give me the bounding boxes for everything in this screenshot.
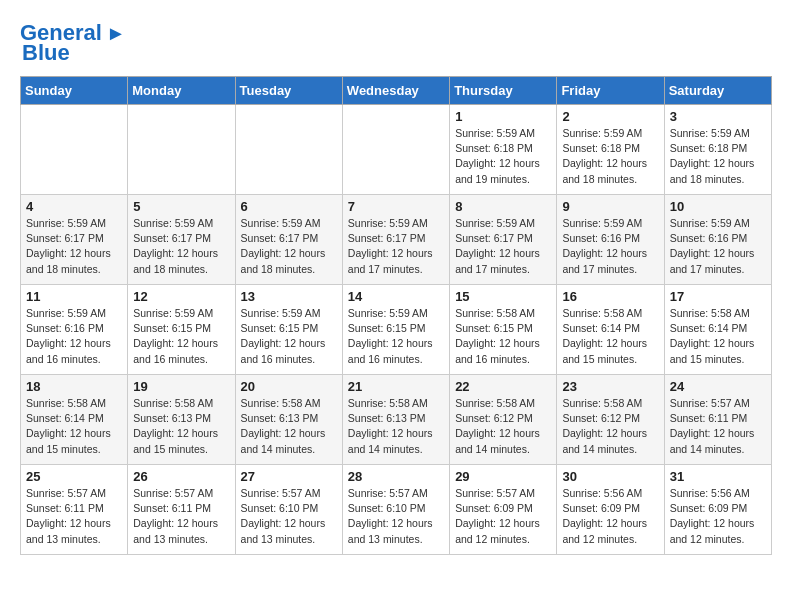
day-info: Sunrise: 5:59 AM Sunset: 6:18 PM Dayligh…: [670, 126, 766, 187]
day-info: Sunrise: 5:59 AM Sunset: 6:16 PM Dayligh…: [670, 216, 766, 277]
day-number: 14: [348, 289, 444, 304]
calendar-empty-cell: [235, 105, 342, 195]
calendar-day-23: 23Sunrise: 5:58 AM Sunset: 6:12 PM Dayli…: [557, 375, 664, 465]
weekday-header-saturday: Saturday: [664, 77, 771, 105]
day-info: Sunrise: 5:59 AM Sunset: 6:17 PM Dayligh…: [348, 216, 444, 277]
day-number: 5: [133, 199, 229, 214]
calendar-day-8: 8Sunrise: 5:59 AM Sunset: 6:17 PM Daylig…: [450, 195, 557, 285]
calendar-empty-cell: [21, 105, 128, 195]
day-info: Sunrise: 5:59 AM Sunset: 6:17 PM Dayligh…: [26, 216, 122, 277]
day-info: Sunrise: 5:59 AM Sunset: 6:16 PM Dayligh…: [562, 216, 658, 277]
day-number: 8: [455, 199, 551, 214]
calendar-day-31: 31Sunrise: 5:56 AM Sunset: 6:09 PM Dayli…: [664, 465, 771, 555]
calendar-day-29: 29Sunrise: 5:57 AM Sunset: 6:09 PM Dayli…: [450, 465, 557, 555]
calendar-day-6: 6Sunrise: 5:59 AM Sunset: 6:17 PM Daylig…: [235, 195, 342, 285]
day-info: Sunrise: 5:59 AM Sunset: 6:17 PM Dayligh…: [133, 216, 229, 277]
day-number: 3: [670, 109, 766, 124]
calendar-day-4: 4Sunrise: 5:59 AM Sunset: 6:17 PM Daylig…: [21, 195, 128, 285]
day-info: Sunrise: 5:58 AM Sunset: 6:14 PM Dayligh…: [670, 306, 766, 367]
weekday-header-wednesday: Wednesday: [342, 77, 449, 105]
calendar-day-27: 27Sunrise: 5:57 AM Sunset: 6:10 PM Dayli…: [235, 465, 342, 555]
day-number: 21: [348, 379, 444, 394]
day-number: 18: [26, 379, 122, 394]
weekday-header-tuesday: Tuesday: [235, 77, 342, 105]
day-number: 12: [133, 289, 229, 304]
day-info: Sunrise: 5:57 AM Sunset: 6:09 PM Dayligh…: [455, 486, 551, 547]
calendar-day-18: 18Sunrise: 5:58 AM Sunset: 6:14 PM Dayli…: [21, 375, 128, 465]
day-info: Sunrise: 5:58 AM Sunset: 6:12 PM Dayligh…: [562, 396, 658, 457]
day-number: 7: [348, 199, 444, 214]
day-number: 22: [455, 379, 551, 394]
calendar-day-28: 28Sunrise: 5:57 AM Sunset: 6:10 PM Dayli…: [342, 465, 449, 555]
day-info: Sunrise: 5:59 AM Sunset: 6:15 PM Dayligh…: [133, 306, 229, 367]
day-number: 16: [562, 289, 658, 304]
day-info: Sunrise: 5:57 AM Sunset: 6:11 PM Dayligh…: [133, 486, 229, 547]
day-number: 1: [455, 109, 551, 124]
day-number: 20: [241, 379, 337, 394]
calendar-day-19: 19Sunrise: 5:58 AM Sunset: 6:13 PM Dayli…: [128, 375, 235, 465]
day-number: 13: [241, 289, 337, 304]
calendar-day-17: 17Sunrise: 5:58 AM Sunset: 6:14 PM Dayli…: [664, 285, 771, 375]
day-number: 19: [133, 379, 229, 394]
day-info: Sunrise: 5:59 AM Sunset: 6:15 PM Dayligh…: [348, 306, 444, 367]
day-info: Sunrise: 5:59 AM Sunset: 6:18 PM Dayligh…: [562, 126, 658, 187]
day-number: 4: [26, 199, 122, 214]
calendar-day-2: 2Sunrise: 5:59 AM Sunset: 6:18 PM Daylig…: [557, 105, 664, 195]
calendar-day-3: 3Sunrise: 5:59 AM Sunset: 6:18 PM Daylig…: [664, 105, 771, 195]
calendar-day-7: 7Sunrise: 5:59 AM Sunset: 6:17 PM Daylig…: [342, 195, 449, 285]
day-number: 9: [562, 199, 658, 214]
calendar-day-24: 24Sunrise: 5:57 AM Sunset: 6:11 PM Dayli…: [664, 375, 771, 465]
calendar-day-10: 10Sunrise: 5:59 AM Sunset: 6:16 PM Dayli…: [664, 195, 771, 285]
calendar-empty-cell: [128, 105, 235, 195]
calendar-day-14: 14Sunrise: 5:59 AM Sunset: 6:15 PM Dayli…: [342, 285, 449, 375]
calendar-day-22: 22Sunrise: 5:58 AM Sunset: 6:12 PM Dayli…: [450, 375, 557, 465]
calendar-day-25: 25Sunrise: 5:57 AM Sunset: 6:11 PM Dayli…: [21, 465, 128, 555]
calendar-day-12: 12Sunrise: 5:59 AM Sunset: 6:15 PM Dayli…: [128, 285, 235, 375]
calendar-day-30: 30Sunrise: 5:56 AM Sunset: 6:09 PM Dayli…: [557, 465, 664, 555]
calendar-table: SundayMondayTuesdayWednesdayThursdayFrid…: [20, 76, 772, 555]
day-number: 30: [562, 469, 658, 484]
day-info: Sunrise: 5:58 AM Sunset: 6:12 PM Dayligh…: [455, 396, 551, 457]
calendar-week-row: 4Sunrise: 5:59 AM Sunset: 6:17 PM Daylig…: [21, 195, 772, 285]
day-number: 17: [670, 289, 766, 304]
header: General ► Blue: [20, 20, 772, 66]
calendar-day-21: 21Sunrise: 5:58 AM Sunset: 6:13 PM Dayli…: [342, 375, 449, 465]
day-number: 24: [670, 379, 766, 394]
day-info: Sunrise: 5:57 AM Sunset: 6:10 PM Dayligh…: [348, 486, 444, 547]
day-info: Sunrise: 5:56 AM Sunset: 6:09 PM Dayligh…: [562, 486, 658, 547]
calendar-week-row: 25Sunrise: 5:57 AM Sunset: 6:11 PM Dayli…: [21, 465, 772, 555]
day-number: 29: [455, 469, 551, 484]
day-number: 28: [348, 469, 444, 484]
weekday-header-friday: Friday: [557, 77, 664, 105]
calendar-header-row: SundayMondayTuesdayWednesdayThursdayFrid…: [21, 77, 772, 105]
calendar-day-26: 26Sunrise: 5:57 AM Sunset: 6:11 PM Dayli…: [128, 465, 235, 555]
day-info: Sunrise: 5:56 AM Sunset: 6:09 PM Dayligh…: [670, 486, 766, 547]
logo-bird-icon: ►: [106, 22, 126, 45]
day-number: 27: [241, 469, 337, 484]
day-info: Sunrise: 5:59 AM Sunset: 6:18 PM Dayligh…: [455, 126, 551, 187]
day-number: 31: [670, 469, 766, 484]
day-info: Sunrise: 5:58 AM Sunset: 6:14 PM Dayligh…: [562, 306, 658, 367]
calendar-day-20: 20Sunrise: 5:58 AM Sunset: 6:13 PM Dayli…: [235, 375, 342, 465]
day-info: Sunrise: 5:58 AM Sunset: 6:13 PM Dayligh…: [241, 396, 337, 457]
calendar-day-16: 16Sunrise: 5:58 AM Sunset: 6:14 PM Dayli…: [557, 285, 664, 375]
day-info: Sunrise: 5:58 AM Sunset: 6:14 PM Dayligh…: [26, 396, 122, 457]
day-number: 25: [26, 469, 122, 484]
weekday-header-monday: Monday: [128, 77, 235, 105]
calendar-day-9: 9Sunrise: 5:59 AM Sunset: 6:16 PM Daylig…: [557, 195, 664, 285]
calendar-week-row: 1Sunrise: 5:59 AM Sunset: 6:18 PM Daylig…: [21, 105, 772, 195]
day-number: 2: [562, 109, 658, 124]
weekday-header-sunday: Sunday: [21, 77, 128, 105]
day-info: Sunrise: 5:59 AM Sunset: 6:17 PM Dayligh…: [241, 216, 337, 277]
day-info: Sunrise: 5:59 AM Sunset: 6:16 PM Dayligh…: [26, 306, 122, 367]
calendar-week-row: 11Sunrise: 5:59 AM Sunset: 6:16 PM Dayli…: [21, 285, 772, 375]
calendar-day-15: 15Sunrise: 5:58 AM Sunset: 6:15 PM Dayli…: [450, 285, 557, 375]
day-number: 6: [241, 199, 337, 214]
weekday-header-thursday: Thursday: [450, 77, 557, 105]
day-info: Sunrise: 5:59 AM Sunset: 6:15 PM Dayligh…: [241, 306, 337, 367]
day-info: Sunrise: 5:57 AM Sunset: 6:11 PM Dayligh…: [670, 396, 766, 457]
calendar-week-row: 18Sunrise: 5:58 AM Sunset: 6:14 PM Dayli…: [21, 375, 772, 465]
calendar-day-5: 5Sunrise: 5:59 AM Sunset: 6:17 PM Daylig…: [128, 195, 235, 285]
day-number: 15: [455, 289, 551, 304]
logo: General ► Blue: [20, 20, 126, 66]
